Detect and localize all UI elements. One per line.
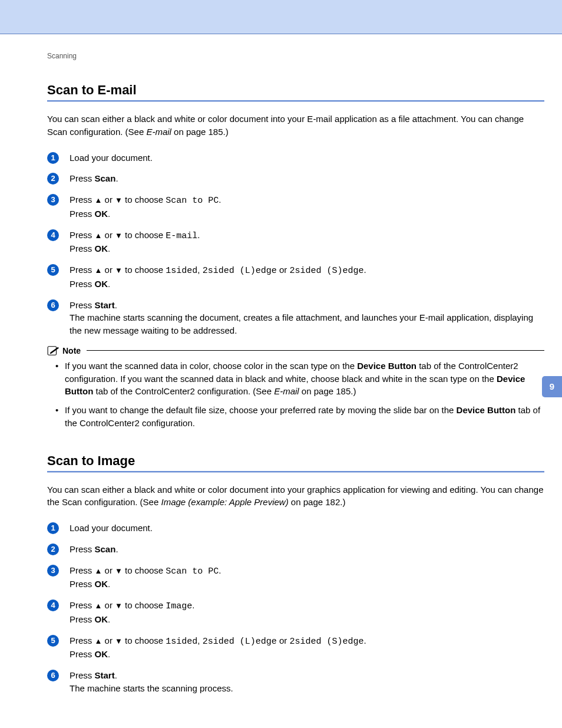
step-number-icon: 3: [47, 565, 59, 577]
step-text: to choose: [123, 565, 166, 575]
menu-option: Scan to PC: [166, 196, 219, 206]
note-body: If you want the scanned data in color, c…: [47, 360, 544, 430]
menu-option: 1sided: [166, 266, 197, 276]
step-item: 3 Press ▲ or ▼ to choose Scan to PC. Pre…: [47, 193, 544, 220]
step-text: .: [108, 279, 110, 289]
step-text: .: [363, 265, 366, 275]
note-pencil-icon: [47, 345, 60, 356]
step-text: Press: [70, 544, 95, 554]
step-text: Load your document.: [70, 153, 153, 163]
step-item: 2 Press Scan.: [47, 172, 544, 185]
note-text: If you want the scanned data in color, c…: [65, 361, 357, 371]
step-text: to choose: [123, 230, 166, 240]
step-text: Press: [70, 600, 95, 610]
menu-option: Image: [166, 601, 192, 611]
steps-list-image: 1 Load your document. 2 Press Scan. 3 Pr…: [47, 522, 544, 695]
note-block: Note If you want the scanned data in col…: [47, 345, 544, 430]
menu-option: 2sided (L)edge: [203, 637, 277, 647]
step-text: Press: [70, 279, 95, 289]
step-text: Press: [70, 230, 95, 240]
key-label: OK: [95, 614, 108, 624]
arrow-up-icon: ▲: [95, 266, 103, 275]
step-number-icon: 2: [47, 173, 59, 185]
step-text: Press: [70, 579, 95, 589]
note-item: If you want the scanned data in color, c…: [54, 360, 544, 398]
heading-scan-to-image: Scan to Image: [47, 453, 544, 469]
note-link[interactable]: E-mail: [274, 386, 299, 396]
key-label: Start: [95, 300, 115, 310]
arrow-down-icon: ▼: [115, 266, 123, 275]
step-text: .: [108, 209, 110, 219]
step-text: .: [108, 614, 110, 624]
step-item: 2 Press Scan.: [47, 543, 544, 556]
step-number-icon: 1: [47, 152, 59, 164]
key-label: Start: [95, 670, 115, 680]
intro-paragraph: You can scan either a black and white or…: [47, 113, 544, 139]
step-text: or: [102, 265, 115, 275]
intro-text-tail: on page 182.): [289, 497, 346, 507]
page-content: Scanning Scan to E-mail You can scan eit…: [0, 34, 562, 728]
step-text: .: [115, 544, 118, 554]
step-text: .: [197, 230, 200, 240]
step-text: ,: [197, 265, 202, 275]
step-text: or: [102, 195, 115, 205]
step-text: to choose: [123, 600, 166, 610]
step-number-icon: 4: [47, 229, 59, 241]
step-item: 5 Press ▲ or ▼ to choose 1sided, 2sided …: [47, 634, 544, 661]
step-item: 5 Press ▲ or ▼ to choose 1sided, 2sided …: [47, 263, 544, 291]
step-text: Load your document.: [70, 523, 153, 533]
note-header: Note: [47, 345, 544, 356]
menu-option: Scan to PC: [166, 566, 219, 577]
step-number-icon: 5: [47, 635, 59, 647]
step-text: Press: [70, 565, 95, 575]
step-text: .: [115, 300, 117, 310]
arrow-down-icon: ▼: [115, 231, 123, 240]
key-label: OK: [95, 579, 108, 589]
step-text: Press: [70, 265, 95, 275]
key-label: Scan: [95, 544, 116, 554]
step-text: to choose: [123, 635, 166, 645]
intro-link[interactable]: Image (example: Apple Preview): [161, 497, 288, 507]
intro-text: You can scan either a black and white or…: [47, 114, 524, 137]
step-number-icon: 2: [47, 543, 59, 555]
step-text: Press: [70, 195, 95, 205]
arrow-up-icon: ▲: [95, 601, 103, 610]
arrow-up-icon: ▲: [95, 196, 103, 205]
note-rule: [87, 350, 544, 351]
arrow-up-icon: ▲: [95, 231, 103, 240]
step-text: .: [108, 649, 110, 659]
step-text: .: [108, 243, 110, 253]
step-item: 4 Press ▲ or ▼ to choose Image. Press OK…: [47, 599, 544, 626]
step-text: .: [108, 579, 110, 589]
step-number-icon: 1: [47, 522, 59, 534]
step-item: 3 Press ▲ or ▼ to choose Scan to PC. Pre…: [47, 564, 544, 591]
key-label: OK: [95, 209, 108, 219]
note-text: tab of the ControlCenter2 configuration.…: [93, 386, 274, 396]
arrow-down-icon: ▼: [115, 566, 123, 575]
key-label: OK: [95, 279, 108, 289]
step-number-icon: 6: [47, 299, 59, 311]
section-header: Scanning: [47, 52, 544, 60]
steps-list-email: 1 Load your document. 2 Press Scan. 3 Pr…: [47, 151, 544, 337]
step-number-icon: 3: [47, 194, 59, 206]
key-label: OK: [95, 243, 108, 253]
step-number-icon: 5: [47, 264, 59, 276]
step-number-icon: 4: [47, 599, 59, 611]
intro-paragraph: You can scan either a black and white or…: [47, 483, 544, 509]
step-text: .: [219, 195, 221, 205]
step-text: .: [219, 565, 221, 575]
step-text: .: [363, 635, 366, 645]
arrow-down-icon: ▼: [115, 637, 123, 645]
key-label: Scan: [95, 173, 116, 183]
step-text: Press: [70, 635, 95, 645]
key-label: OK: [95, 649, 108, 659]
intro-link[interactable]: E-mail: [146, 127, 171, 137]
note-text: If you want to change the default file s…: [65, 405, 457, 415]
step-item: 1 Load your document.: [47, 151, 544, 164]
note-item: If you want to change the default file s…: [54, 404, 544, 430]
step-text: Press: [70, 670, 95, 680]
heading-rule: [47, 471, 544, 473]
step-item: 4 Press ▲ or ▼ to choose E-mail. Press O…: [47, 229, 544, 256]
step-text: or: [277, 265, 290, 275]
menu-option: 2sided (S)edge: [289, 266, 363, 276]
